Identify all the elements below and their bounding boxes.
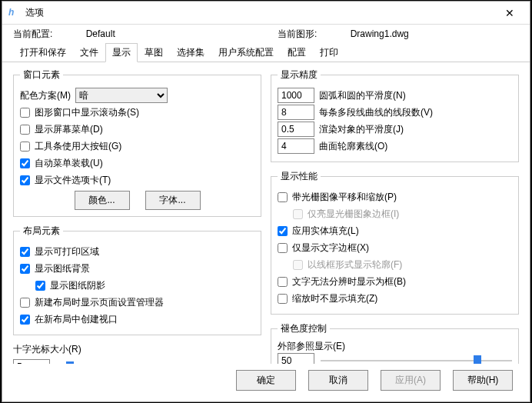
solid-fill-label: 应用实体填充(L) xyxy=(292,225,359,238)
paper-shadow-label: 显示图纸阴影 xyxy=(50,279,105,292)
auto-menu-checkbox[interactable] xyxy=(20,158,30,168)
ok-button[interactable]: 确定 xyxy=(236,370,296,391)
current-drawing-value: Drawing1.dwg xyxy=(351,28,409,39)
help-button[interactable]: 帮助(H) xyxy=(453,370,513,391)
crosshair-slider[interactable] xyxy=(56,360,261,364)
xref-input[interactable] xyxy=(278,353,314,364)
tab-bar: 打开和保存 文件 显示 草图 选择集 用户系统配置 配置 打印 xyxy=(2,42,530,62)
window-title: 选项 xyxy=(25,6,496,19)
segments-input[interactable] xyxy=(278,105,314,120)
raster-pan-label: 带光栅图像平移和缩放(P) xyxy=(292,191,397,204)
close-button[interactable]: ✕ xyxy=(496,4,524,22)
create-viewport-label: 在新布局中创建视口 xyxy=(35,313,118,326)
auto-menu-label: 自动菜单装载(U) xyxy=(35,157,103,170)
layout-elements-legend: 布局元素 xyxy=(20,225,63,238)
apply-button: 应用(A) xyxy=(381,370,441,391)
screen-menu-checkbox[interactable] xyxy=(20,125,30,135)
color-scheme-select[interactable]: 暗 xyxy=(75,88,168,103)
render-input[interactable] xyxy=(278,122,314,137)
crosshair-label: 十字光标大小(R) xyxy=(13,343,261,356)
raster-border-checkbox xyxy=(293,209,303,219)
wireframe-checkbox xyxy=(293,260,303,270)
file-tabs-checkbox[interactable] xyxy=(20,175,30,185)
tab-user-prefs[interactable]: 用户系统配置 xyxy=(211,43,281,62)
segments-label: 每条多段线曲线的线段数(V) xyxy=(319,106,433,119)
paper-bg-label: 显示图纸背景 xyxy=(35,262,90,275)
big-toolbar-checkbox[interactable] xyxy=(20,142,30,152)
cancel-button[interactable]: 取消 xyxy=(308,370,368,391)
render-label: 渲染对象的平滑度(J) xyxy=(319,123,404,136)
tab-print[interactable]: 打印 xyxy=(313,43,345,62)
big-toolbar-label: 工具条使用大按钮(G) xyxy=(35,140,121,153)
text-frame-checkbox[interactable] xyxy=(278,243,288,253)
file-tabs-label: 显示文件选项卡(T) xyxy=(35,174,111,187)
window-elements-legend: 窗口元素 xyxy=(20,68,63,82)
current-drawing-label: 当前图形: xyxy=(278,28,317,39)
scrollbar-checkbox[interactable] xyxy=(20,108,30,118)
screen-menu-label: 显示屏幕菜单(D) xyxy=(35,123,103,136)
printable-checkbox[interactable] xyxy=(20,247,30,257)
no-fill-zoom-label: 缩放时不显示填充(Z) xyxy=(292,292,377,305)
solid-fill-checkbox[interactable] xyxy=(278,226,288,236)
contour-label: 曲面轮廓素线(O) xyxy=(319,140,387,153)
text-frame-label: 仅显示文字边框(X) xyxy=(292,241,369,255)
page-setup-label: 新建布局时显示页面设置管理器 xyxy=(35,296,164,309)
arc-input[interactable] xyxy=(278,88,314,103)
contour-input[interactable] xyxy=(278,138,314,154)
tab-selection[interactable]: 选择集 xyxy=(170,43,211,62)
precision-group: 显示精度 圆弧和圆的平滑度(N) 每条多段线曲线的线段数(V) 渲染对象的平滑度… xyxy=(271,68,519,162)
tab-profiles[interactable]: 配置 xyxy=(281,43,313,62)
layout-elements-group: 布局元素 显示可打印区域 显示图纸背景 显示图纸阴影 新建布局时显示页面设置管理… xyxy=(13,225,261,335)
create-viewport-checkbox[interactable] xyxy=(20,315,30,325)
current-config-label: 当前配置: xyxy=(13,28,52,39)
raster-border-label: 仅亮显光栅图象边框(I) xyxy=(308,208,399,221)
fade-group: 褪色度控制 外部参照显示(E) 在位编辑显示(Y) xyxy=(271,322,519,364)
window-elements-group: 窗口元素 配色方案(M) 暗 图形窗口中显示滚动条(S) 显示屏幕菜单(D) 工… xyxy=(13,68,261,217)
performance-legend: 显示性能 xyxy=(278,170,321,183)
color-scheme-label: 配色方案(M) xyxy=(20,89,71,102)
xref-label: 外部参照显示(E) xyxy=(278,340,512,353)
fonts-button[interactable]: 字体... xyxy=(145,191,201,210)
precision-legend: 显示精度 xyxy=(278,68,321,82)
text-unreadable-label: 文字无法分辨时显示为框(B) xyxy=(292,275,406,288)
arc-label: 圆弧和圆的平滑度(N) xyxy=(319,89,406,102)
text-unreadable-checkbox[interactable] xyxy=(278,277,288,287)
colors-button[interactable]: 颜色... xyxy=(75,191,130,210)
paper-bg-checkbox[interactable] xyxy=(20,264,30,274)
scrollbar-label: 图形窗口中显示滚动条(S) xyxy=(35,106,139,119)
tab-open-save[interactable]: 打开和保存 xyxy=(13,43,73,62)
printable-label: 显示可打印区域 xyxy=(35,245,99,258)
no-fill-zoom-checkbox[interactable] xyxy=(278,294,288,304)
tab-draft[interactable]: 草图 xyxy=(138,43,170,62)
xref-slider[interactable] xyxy=(321,354,512,364)
tab-display[interactable]: 显示 xyxy=(105,43,138,62)
performance-group: 显示性能 带光栅图像平移和缩放(P) 仅亮显光栅图象边框(I) 应用实体填充(L… xyxy=(271,170,519,315)
current-config-value: Default xyxy=(86,28,115,39)
paper-shadow-checkbox[interactable] xyxy=(35,281,45,291)
tab-file[interactable]: 文件 xyxy=(73,43,105,62)
app-icon: h xyxy=(8,7,21,19)
fade-legend: 褪色度控制 xyxy=(278,322,330,335)
wireframe-label: 以线框形式显示轮廓(F) xyxy=(308,258,402,271)
raster-pan-checkbox[interactable] xyxy=(278,192,288,202)
page-setup-checkbox[interactable] xyxy=(20,298,30,308)
